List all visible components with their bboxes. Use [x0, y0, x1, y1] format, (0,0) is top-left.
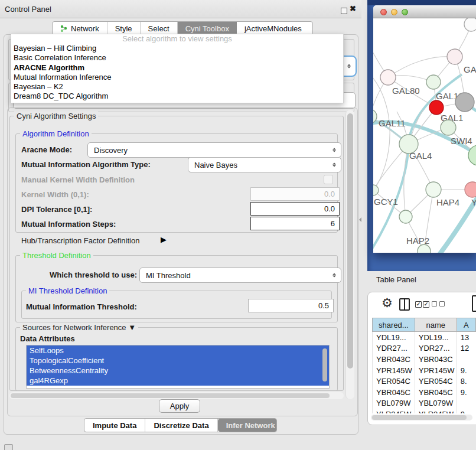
aracne-mode-combo[interactable]: Discovery — [87, 142, 341, 158]
checked-checkbox-icon[interactable]: ✓ — [415, 301, 422, 308]
table-row[interactable]: YPR145WYPR145W9. — [373, 365, 476, 376]
network-edge[interactable] — [373, 74, 462, 252]
unchecked-checkbox-icon[interactable] — [432, 301, 437, 306]
expand-arrow-icon[interactable]: ▶ — [161, 235, 167, 244]
data-attributes-list[interactable]: SelfLoopsTopologicalCoefficientBetweenne… — [26, 345, 330, 389]
kernel-width-label: Kernel Width (0,1): — [21, 190, 89, 199]
combo-spinner-icon — [332, 148, 336, 152]
table-row[interactable]: YBL079WYBL079W — [373, 398, 476, 409]
control-panel-title: Control Panel — [5, 5, 51, 14]
table-row[interactable]: YDR27...YDR27...12 — [373, 343, 476, 354]
algorithm-dropdown-popup: Select algorithm to view settings Bayesi… — [11, 34, 344, 103]
settings-vscrollbar-thumb[interactable] — [347, 113, 353, 369]
dpi-tolerance-label: DPI Tolerance [0,1]: — [21, 205, 92, 214]
network-window-titlebar[interactable] — [373, 5, 476, 18]
collapsed-panel-icon[interactable] — [4, 444, 13, 450]
unchecked-checkbox-icon[interactable] — [439, 301, 445, 306]
tab-impute-data[interactable]: Impute Data — [84, 419, 145, 432]
tab-cyni-toolbox[interactable]: Cyni Toolbox — [178, 22, 237, 35]
algorithm-option[interactable]: Dream8 DC_TDC Algorithm — [11, 92, 343, 101]
algorithm-option[interactable]: Basic Correlation Inference — [11, 53, 343, 63]
network-node[interactable] — [399, 210, 412, 223]
mi-type-combo[interactable]: Naive Bayes — [188, 157, 341, 172]
hub-definition-toggle-label[interactable]: Hub/Transcription Factor Definition — [21, 236, 139, 245]
data-attribute-item[interactable]: TopologicalCoefficient — [27, 356, 329, 366]
manual-kernel-checkbox[interactable] — [324, 175, 333, 184]
data-attribute-item[interactable]: BetweennessCentrality — [27, 366, 329, 376]
network-node[interactable] — [426, 182, 441, 197]
network-edge[interactable] — [388, 57, 455, 77]
data-attribute-item[interactable]: SelfLoops — [27, 345, 329, 356]
which-threshold-label: Which threshold to use: — [50, 270, 137, 279]
network-node[interactable] — [426, 75, 441, 89]
network-node[interactable] — [441, 120, 456, 135]
gear-icon[interactable]: ⚙ — [382, 296, 393, 310]
table-row[interactable]: YER054CYER054C8. — [373, 376, 476, 387]
node-label: GCY1 — [374, 197, 398, 207]
algorithm-option[interactable]: ARACNE Algorithm — [11, 63, 343, 73]
close-traffic-light[interactable] — [380, 9, 387, 15]
tab-infer-network[interactable]: Infer Network — [218, 419, 277, 432]
float-window-icon[interactable] — [341, 8, 347, 14]
table-hscrollbar-thumb[interactable] — [372, 415, 467, 420]
tab-select[interactable]: Select — [141, 22, 178, 35]
table-row[interactable]: YLR345WYLR345W9. — [373, 409, 476, 413]
data-attributes-label: Data Attributes — [20, 334, 75, 343]
screen: Control Panel ✖ Network Style Select Cyn… — [0, 0, 476, 450]
threshold-definition-title: Threshold Definition — [20, 251, 93, 260]
network-node[interactable] — [464, 18, 476, 31]
dropdown-prompt: Select algorithm to view settings — [11, 34, 343, 44]
checked-checkbox-icon[interactable]: ✓ — [423, 301, 429, 308]
document-icon[interactable] — [472, 295, 476, 312]
table-hscrollbar[interactable] — [371, 415, 472, 420]
manual-kernel-label: Manual Kernel Width Definition — [21, 175, 135, 184]
close-icon[interactable]: ✖ — [350, 4, 356, 13]
mi-type-label: Mutual Information Algorithm Type: — [21, 160, 151, 169]
network-node[interactable] — [465, 182, 476, 197]
settings-vscrollbar[interactable] — [345, 110, 354, 399]
network-desktop-top-band — [367, 0, 476, 5]
kernel-width-field[interactable]: 0.0 — [250, 187, 340, 201]
table-row[interactable]: YBR043CYBR043C — [373, 354, 476, 365]
network-node[interactable] — [418, 244, 431, 253]
splitpane-handle[interactable] — [357, 217, 361, 222]
data-attribute-item[interactable]: gal4RGexp — [27, 376, 329, 386]
tab-style[interactable]: Style — [107, 22, 141, 35]
minimize-traffic-light[interactable] — [391, 9, 397, 15]
mi-steps-label: Mutual Information Steps: — [21, 220, 116, 229]
node-label: HAP2 — [406, 236, 429, 246]
settings-hscrollbar[interactable] — [9, 392, 344, 399]
columns-icon[interactable] — [399, 298, 410, 311]
mi-threshold-group-title: MI Threshold Definition — [26, 286, 109, 295]
table-row[interactable]: YBR045CYBR045C9. — [373, 387, 476, 398]
apply-button[interactable]: Apply — [159, 399, 200, 413]
algorithm-option[interactable]: Mutual Information Inference — [11, 73, 343, 82]
node-table[interactable]: shared...nameA YDL19...YDL19...13YDR27..… — [372, 318, 476, 413]
sources-group-title[interactable]: Sources for Network Inference ▼ — [20, 323, 138, 332]
network-node[interactable] — [380, 70, 396, 85]
node-label: SWI4 — [451, 136, 472, 146]
column-header[interactable]: shared... — [373, 318, 415, 332]
mi-threshold-field[interactable]: 0.5 — [248, 299, 334, 312]
algorithm-definition-title: Algorithm Definition — [20, 129, 92, 138]
list-scrollbar-thumb[interactable] — [322, 348, 327, 381]
tab-jactivemnodules[interactable]: jActiveMNodules — [237, 22, 309, 35]
network-node[interactable] — [447, 49, 462, 64]
control-panel-titlebar — [0, 0, 361, 18]
algorithm-option[interactable]: Bayesian – K2 — [11, 82, 343, 92]
dpi-tolerance-field[interactable]: 0.0 — [250, 202, 340, 216]
network-canvas[interactable]: GAL7GAL80GAL10GAL1GAL11SWI4GAL4GCY1HAP4Y… — [373, 18, 476, 253]
mi-steps-field[interactable]: 6 — [250, 217, 340, 230]
tab-discretize-data[interactable]: Discretize Data — [145, 419, 217, 432]
network-node[interactable] — [455, 93, 474, 112]
node-label: GAL11 — [379, 118, 406, 128]
which-threshold-combo[interactable]: MI Threshold — [139, 268, 341, 283]
tab-network[interactable]: Network — [53, 22, 107, 35]
zoom-traffic-light[interactable] — [402, 9, 408, 15]
settings-hscrollbar-thumb[interactable] — [11, 393, 330, 398]
table-row[interactable]: YDL19...YDL19...13 — [373, 332, 476, 343]
algorithm-option[interactable]: Bayesian – Hill Climbing — [11, 44, 343, 53]
column-header[interactable]: A — [457, 318, 475, 332]
column-header[interactable]: name — [415, 318, 457, 332]
node-label: HAP4 — [436, 197, 459, 207]
